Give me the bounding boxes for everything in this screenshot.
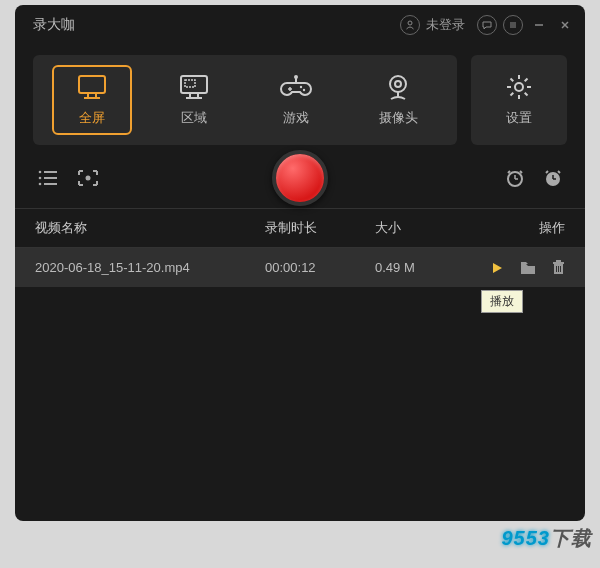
tooltip-play: 播放 xyxy=(481,290,523,313)
svg-point-23 xyxy=(395,81,401,87)
folder-button[interactable] xyxy=(520,261,536,275)
svg-rect-52 xyxy=(553,262,564,264)
fullscreen-icon xyxy=(75,73,109,101)
feedback-icon[interactable] xyxy=(477,15,497,35)
svg-line-44 xyxy=(508,171,510,173)
svg-point-22 xyxy=(390,76,406,92)
settings-panel: 设置 xyxy=(471,55,567,145)
svg-point-19 xyxy=(303,89,305,91)
svg-rect-11 xyxy=(181,76,207,93)
svg-rect-7 xyxy=(79,76,105,93)
close-button[interactable] xyxy=(555,15,575,35)
svg-line-31 xyxy=(525,93,528,96)
svg-line-33 xyxy=(525,79,528,82)
svg-point-36 xyxy=(39,177,42,180)
gear-icon xyxy=(502,73,536,101)
mode-camera-label: 摄像头 xyxy=(379,109,418,127)
app-window: 录大咖 未登录 xyxy=(15,5,585,521)
svg-line-30 xyxy=(511,79,514,82)
svg-rect-12 xyxy=(185,80,195,87)
cell-name: 2020-06-18_15-11-20.mp4 xyxy=(35,260,265,275)
schedule-icon[interactable] xyxy=(543,168,563,188)
region-icon xyxy=(177,73,211,101)
delete-button[interactable] xyxy=(552,260,565,275)
control-bar xyxy=(15,160,585,208)
header-duration: 录制时长 xyxy=(265,219,375,237)
menu-icon[interactable] xyxy=(503,15,523,35)
play-button[interactable] xyxy=(490,261,504,275)
mode-game-label: 游戏 xyxy=(283,109,309,127)
header-name: 视频名称 xyxy=(35,219,265,237)
mode-region-label: 区域 xyxy=(181,109,207,127)
timer-icon[interactable] xyxy=(505,168,525,188)
svg-line-49 xyxy=(546,171,548,173)
game-icon xyxy=(279,73,313,101)
app-title: 录大咖 xyxy=(33,16,75,34)
header-actions: 操作 xyxy=(475,219,565,237)
title-bar-right: 未登录 xyxy=(400,15,575,35)
svg-rect-53 xyxy=(556,260,561,262)
user-icon xyxy=(400,15,420,35)
mode-group: 全屏 区域 游戏 摄像头 xyxy=(33,55,457,145)
cell-size: 0.49 M xyxy=(375,260,475,275)
svg-line-45 xyxy=(520,171,522,173)
svg-line-50 xyxy=(558,171,560,173)
minimize-button[interactable] xyxy=(529,15,549,35)
camera-icon xyxy=(381,73,415,101)
login-status[interactable]: 未登录 xyxy=(400,15,465,35)
header-size: 大小 xyxy=(375,219,475,237)
login-status-text: 未登录 xyxy=(426,16,465,34)
watermark: 9553下载 xyxy=(502,525,593,552)
svg-point-25 xyxy=(515,83,523,91)
svg-point-38 xyxy=(39,183,42,186)
svg-line-32 xyxy=(511,93,514,96)
svg-point-18 xyxy=(300,86,302,88)
mode-settings-label: 设置 xyxy=(506,109,532,127)
cell-duration: 00:00:12 xyxy=(265,260,375,275)
list-icon[interactable] xyxy=(37,169,59,187)
mode-section: 全屏 区域 游戏 摄像头 xyxy=(15,45,585,160)
record-button[interactable] xyxy=(272,150,328,206)
preview-icon[interactable] xyxy=(77,169,99,187)
table-header: 视频名称 录制时长 大小 操作 xyxy=(15,208,585,248)
mode-fullscreen-label: 全屏 xyxy=(79,109,105,127)
mode-settings[interactable]: 设置 xyxy=(479,65,559,135)
svg-point-40 xyxy=(86,176,91,181)
mode-fullscreen[interactable]: 全屏 xyxy=(52,65,132,135)
svg-point-0 xyxy=(408,21,412,25)
mode-game[interactable]: 游戏 xyxy=(256,65,336,135)
row-actions xyxy=(475,260,565,275)
title-bar: 录大咖 未登录 xyxy=(15,5,585,45)
mode-region[interactable]: 区域 xyxy=(154,65,234,135)
table-row[interactable]: 2020-06-18_15-11-20.mp4 00:00:12 0.49 M … xyxy=(15,248,585,287)
svg-point-21 xyxy=(294,75,298,79)
svg-point-34 xyxy=(39,171,42,174)
control-left xyxy=(37,169,99,187)
mode-camera[interactable]: 摄像头 xyxy=(358,65,438,135)
control-right xyxy=(505,168,563,188)
